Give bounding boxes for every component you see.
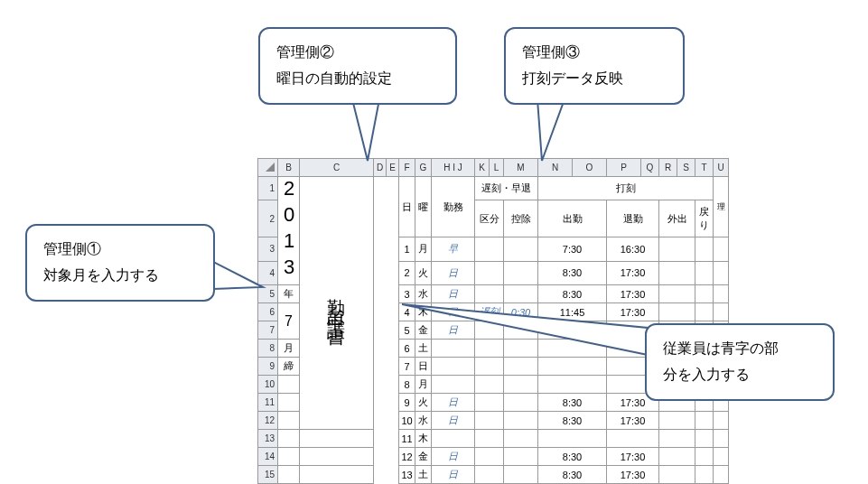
hdr-back[interactable]: 戻り xyxy=(695,200,714,237)
hdr-day[interactable]: 日 xyxy=(399,177,415,237)
col-l[interactable]: L xyxy=(490,159,504,177)
cell-dow[interactable]: 月 xyxy=(415,237,432,261)
table-row: 1 2013 勤怠申請書 日 曜 勤務 遅刻・早退 打刻 理 xyxy=(258,177,729,200)
cell-in[interactable]: 8:30 xyxy=(538,394,607,412)
cell-day[interactable]: 10 xyxy=(399,412,415,430)
year-label[interactable]: 年 xyxy=(278,285,300,303)
cell-cat[interactable] xyxy=(475,237,504,261)
cell-day[interactable]: 2 xyxy=(399,261,415,284)
cell-ded[interactable] xyxy=(504,237,538,261)
cell-out[interactable]: 17:30 xyxy=(607,261,659,284)
col-p[interactable]: P xyxy=(607,159,641,177)
cell-out[interactable]: 17:30 xyxy=(607,448,659,466)
callout-admin-3: 管理側③ 打刻データ反映 xyxy=(504,27,685,105)
cell-day[interactable]: 11 xyxy=(399,430,415,448)
cell-work[interactable]: 早 xyxy=(432,237,475,261)
row-num[interactable]: 9 xyxy=(258,358,278,376)
cell-dow[interactable]: 水 xyxy=(415,285,432,303)
svg-marker-0 xyxy=(213,262,263,289)
row-num[interactable]: 2 xyxy=(258,200,278,237)
col-f[interactable]: F xyxy=(399,159,415,177)
row-num[interactable]: 13 xyxy=(258,430,278,448)
cell-day[interactable]: 7 xyxy=(399,358,415,376)
col-q[interactable]: Q xyxy=(641,159,659,177)
hdr-out[interactable]: 退勤 xyxy=(607,200,659,237)
cell-work[interactable]: 日 xyxy=(432,466,475,484)
callout-title: 管理側① xyxy=(43,237,197,263)
cell-day[interactable]: 13 xyxy=(399,466,415,484)
row-num[interactable]: 11 xyxy=(258,394,278,412)
cell-out[interactable]: 17:30 xyxy=(607,466,659,484)
cell-in[interactable]: 8:30 xyxy=(538,466,607,484)
col-b[interactable]: B xyxy=(278,159,300,177)
close-label[interactable]: 締 xyxy=(278,358,300,376)
callout-body: 分を入力する xyxy=(663,362,817,388)
row-num[interactable]: 15 xyxy=(258,466,278,484)
cell-in[interactable]: 8:30 xyxy=(538,448,607,466)
cell-day[interactable]: 9 xyxy=(399,394,415,412)
cell-out[interactable]: 17:30 xyxy=(607,412,659,430)
col-k[interactable]: K xyxy=(475,159,490,177)
year-cell[interactable]: 2013 xyxy=(278,177,300,285)
cell-dow[interactable]: 水 xyxy=(415,412,432,430)
cell-in[interactable]: 8:30 xyxy=(538,412,607,430)
table-row: 14 12 金 日 8:30 17:30 xyxy=(258,448,729,466)
cell-work[interactable]: 日 xyxy=(432,394,475,412)
hdr-gone[interactable]: 外出 xyxy=(659,200,695,237)
spacer xyxy=(374,177,399,484)
cell-dow[interactable]: 火 xyxy=(415,394,432,412)
col-hij[interactable]: H I J xyxy=(432,159,475,177)
cell-work[interactable]: 日 xyxy=(432,412,475,430)
col-g[interactable]: G xyxy=(415,159,432,177)
cell-dow[interactable]: 木 xyxy=(415,430,432,448)
row-num[interactable]: 8 xyxy=(258,340,278,358)
cell-day[interactable]: 3 xyxy=(399,285,415,303)
row-num[interactable]: 1 xyxy=(258,177,278,200)
cell-out[interactable]: 16:30 xyxy=(607,237,659,261)
row-num[interactable]: 10 xyxy=(258,376,278,394)
hdr-work[interactable]: 勤務 xyxy=(432,177,475,237)
cell-work[interactable]: 日 xyxy=(432,261,475,284)
hdr-category[interactable]: 区分 xyxy=(475,200,504,237)
col-e[interactable]: E xyxy=(387,159,399,177)
hdr-late-group[interactable]: 遅刻・早退 xyxy=(475,177,538,200)
cell-dow[interactable]: 金 xyxy=(415,448,432,466)
cell-dow[interactable]: 日 xyxy=(415,358,432,376)
cell-dow[interactable]: 月 xyxy=(415,376,432,394)
corner-cell[interactable] xyxy=(258,159,278,177)
callout-body: 打刻データ反映 xyxy=(522,66,667,92)
cell-in[interactable]: 7:30 xyxy=(538,237,607,261)
month-cell[interactable]: 7 xyxy=(278,303,300,340)
cell-work[interactable]: 日 xyxy=(432,448,475,466)
month-label[interactable]: 月 xyxy=(278,340,300,358)
hdr-dow[interactable]: 曜 xyxy=(415,177,432,237)
col-o[interactable]: O xyxy=(573,159,607,177)
hdr-deduct[interactable]: 控除 xyxy=(504,200,538,237)
col-u[interactable]: U xyxy=(714,159,729,177)
cell-in[interactable]: 8:30 xyxy=(538,285,607,303)
col-t[interactable]: T xyxy=(695,159,714,177)
cell-day[interactable]: 8 xyxy=(399,376,415,394)
row-num[interactable]: 12 xyxy=(258,412,278,430)
cell-day[interactable]: 1 xyxy=(399,237,415,261)
hdr-in[interactable]: 出勤 xyxy=(538,200,607,237)
col-s[interactable]: S xyxy=(677,159,695,177)
row-num[interactable]: 7 xyxy=(258,321,278,340)
callout-admin-1: 管理側① 対象月を入力する xyxy=(25,224,215,302)
hdr-clock-group[interactable]: 打刻 xyxy=(538,177,714,200)
cell-dow[interactable]: 土 xyxy=(415,466,432,484)
svg-marker-2 xyxy=(537,99,565,161)
table-row: 15 13 土 日 8:30 17:30 xyxy=(258,466,729,484)
doc-title-cell[interactable]: 勤怠申請書 xyxy=(300,177,374,430)
cell-out[interactable]: 17:30 xyxy=(607,285,659,303)
row-num[interactable]: 3 xyxy=(258,237,278,261)
cell-in[interactable]: 8:30 xyxy=(538,261,607,284)
cell-dow[interactable]: 火 xyxy=(415,261,432,284)
cell-work[interactable]: 日 xyxy=(432,285,475,303)
hdr-last[interactable]: 理 xyxy=(714,177,729,237)
svg-marker-4 xyxy=(266,163,275,172)
col-r[interactable]: R xyxy=(659,159,677,177)
cell-day[interactable]: 12 xyxy=(399,448,415,466)
row-num[interactable]: 14 xyxy=(258,448,278,466)
svg-marker-3 xyxy=(402,304,648,355)
